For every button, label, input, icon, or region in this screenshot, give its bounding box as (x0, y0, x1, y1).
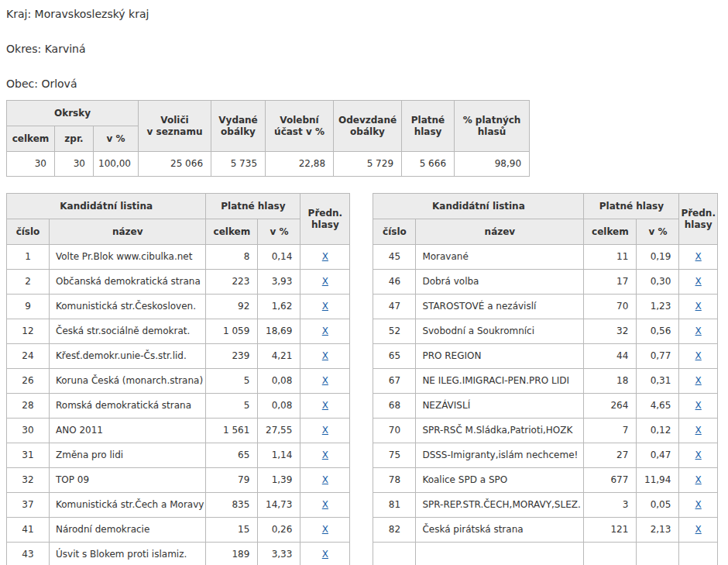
party-name-cell (416, 543, 584, 565)
municipality-line: Obec: Orlová (6, 78, 728, 91)
party-name-cell: Moravané (416, 245, 584, 270)
party-number-cell: 2 (7, 270, 50, 295)
party-name-cell: Občanská demokratická strana (50, 270, 206, 295)
pref-votes-link[interactable]: X (322, 326, 328, 336)
pref-votes-link[interactable]: X (322, 375, 328, 386)
party-name-cell: SPR-RSČ M.Sládka,Patrioti,HOZK (416, 419, 584, 443)
party-votes-percent-cell: 14,73 (258, 493, 300, 518)
pref-votes-link[interactable]: X (322, 524, 328, 535)
header-okrsky-pct: v % (94, 126, 139, 152)
party-votes-total-cell: 189 (206, 543, 258, 565)
party-votes-percent-cell: 0,19 (637, 245, 679, 270)
party-name-cell: TOP 09 (50, 468, 206, 493)
okrsky-zpr-value: 30 (55, 152, 94, 177)
pref-votes-link[interactable]: X (695, 301, 702, 312)
pref-votes-link[interactable]: X (695, 350, 702, 361)
pref-votes-cell: X (679, 493, 718, 518)
party-votes-percent-cell: 0,47 (637, 443, 679, 468)
party-number-cell: 9 (7, 295, 50, 319)
candidate-row: 75DSSS-Imigranty,islám nechceme!270,47X (373, 443, 718, 468)
okrsky-pct-value: 100,00 (94, 152, 139, 177)
pref-votes-cell: X (300, 394, 350, 419)
party-name-cell: SPR-REP.STR.ČECH,MORAVY,SLEZ. (416, 493, 584, 518)
party-name-cell: NE ILEG.IMIGRACI-PEN.PRO LIDI (416, 369, 584, 394)
pref-votes-cell: X (679, 319, 718, 344)
header-volebni-ucast: Volební účast v % (266, 101, 334, 152)
pref-votes-cell: X (679, 443, 718, 468)
pref-votes-link[interactable]: X (695, 524, 702, 535)
party-votes-total-cell: 92 (206, 295, 258, 319)
pref-votes-link[interactable]: X (695, 474, 702, 485)
candidate-row: 24Křesť.demokr.unie-Čs.str.lid.2394,21X (7, 344, 350, 369)
party-votes-percent-cell: 1,23 (637, 295, 679, 319)
pref-votes-link[interactable]: X (695, 375, 702, 386)
header-cislo: číslo (7, 219, 50, 245)
candidate-tables: Kandidátní listina Platné hlasy Předn. h… (6, 193, 728, 565)
party-number-cell: 12 (7, 319, 50, 344)
header-v-pct: v % (637, 219, 679, 245)
pref-votes-link[interactable]: X (322, 499, 328, 510)
pref-votes-link[interactable]: X (322, 474, 328, 485)
pref-votes-link[interactable]: X (695, 499, 702, 510)
header-okrsky-zpr: zpr. (55, 126, 94, 152)
pref-votes-link[interactable]: X (322, 425, 328, 436)
header-platne-hlasy-group: Platné hlasy (206, 194, 300, 219)
party-votes-percent-cell: 0,30 (637, 270, 679, 295)
party-number-cell: 30 (7, 419, 50, 443)
pref-votes-cell: X (300, 245, 350, 270)
pref-votes-link[interactable]: X (322, 251, 328, 262)
pct-platnych-hlasu-value: 98,90 (455, 152, 530, 177)
location-info: Kraj: Moravskoslezský kraj Okres: Karvin… (6, 8, 728, 91)
header-v-pct: v % (258, 219, 300, 245)
party-number-cell: 70 (373, 419, 416, 443)
pref-votes-cell: X (300, 493, 350, 518)
candidate-row: 1Volte Pr.Blok www.cibulka.net80,14X (7, 245, 350, 270)
candidate-row: 37Komunistická str.Čech a Moravy83514,73… (7, 493, 350, 518)
header-predn-hlasy: Předn. hlasy (300, 194, 350, 245)
party-number-cell: 24 (7, 344, 50, 369)
party-votes-total-cell: 11 (584, 245, 637, 270)
party-number-cell: 81 (373, 493, 416, 518)
party-votes-percent-cell: 0,05 (637, 493, 679, 518)
party-name-cell: Úsvit s Blokem proti islamiz. (50, 543, 206, 565)
pref-votes-link[interactable]: X (322, 450, 328, 460)
party-votes-total-cell: 27 (584, 443, 637, 468)
pref-votes-link[interactable]: X (322, 400, 328, 411)
pref-votes-cell: X (679, 245, 718, 270)
party-name-cell: Koruna Česká (monarch.strana) (50, 369, 206, 394)
candidate-row: 70SPR-RSČ M.Sládka,Patrioti,HOZK70,12X (373, 419, 718, 443)
pref-votes-cell: X (300, 543, 350, 565)
candidate-row: 52Svobodní a Soukromníci320,56X (373, 319, 718, 344)
platne-hlasy-value: 5 666 (402, 152, 455, 177)
pref-votes-link[interactable]: X (695, 326, 702, 336)
party-number-cell: 37 (7, 493, 50, 518)
pref-votes-link[interactable]: X (322, 276, 328, 287)
pref-votes-link[interactable]: X (695, 276, 702, 287)
party-votes-total-cell: 835 (206, 493, 258, 518)
party-votes-total-cell: 44 (584, 344, 637, 369)
party-votes-percent-cell: 0,31 (637, 369, 679, 394)
pref-votes-link[interactable]: X (322, 350, 328, 361)
party-votes-total-cell: 3 (584, 493, 637, 518)
party-name-cell: STAROSTOVÉ a nezávislí (416, 295, 584, 319)
party-votes-percent-cell: 0,12 (637, 419, 679, 443)
pref-votes-link[interactable]: X (695, 400, 702, 411)
party-number-cell: 26 (7, 369, 50, 394)
pref-votes-link[interactable]: X (695, 251, 702, 262)
header-platne-hlasy-group: Platné hlasy (584, 194, 679, 219)
party-votes-percent-cell: 18,69 (258, 319, 300, 344)
party-number-cell: 46 (373, 270, 416, 295)
party-name-cell: ANO 2011 (50, 419, 206, 443)
header-okrsky-celkem: celkem (7, 126, 55, 152)
party-number-cell: 82 (373, 518, 416, 543)
pref-votes-link[interactable]: X (322, 301, 328, 312)
party-votes-percent-cell: 0,14 (258, 245, 300, 270)
party-votes-total-cell: 121 (584, 518, 637, 543)
pref-votes-link[interactable]: X (695, 425, 702, 436)
pref-votes-cell: X (679, 394, 718, 419)
party-number-cell: 68 (373, 394, 416, 419)
party-votes-total-cell: 239 (206, 344, 258, 369)
pref-votes-link[interactable]: X (322, 549, 328, 560)
pref-votes-link[interactable]: X (695, 450, 702, 460)
candidate-row: 82Česká pirátská strana1212,13X (373, 518, 718, 543)
